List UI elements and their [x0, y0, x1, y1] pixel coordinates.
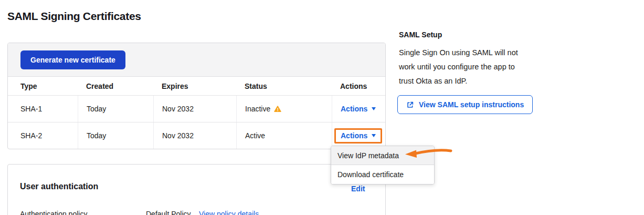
certificates-panel: Generate new certificate Type Created Ex… [7, 43, 386, 149]
authentication-policy-value: Default Policy [146, 210, 191, 215]
user-authentication-panel: User authentication Edit Authentication … [7, 164, 386, 215]
cell-status: Inactive [236, 96, 332, 122]
page-title: SAML Signing Certificates [7, 10, 141, 23]
cell-type: SHA-1 [8, 105, 78, 113]
status-text: Inactive [245, 105, 270, 113]
saml-setup-description: Single Sign On using SAML will not work … [399, 46, 538, 88]
column-header-type: Type [8, 82, 78, 90]
certificates-toolbar: Generate new certificate [8, 43, 385, 77]
caret-down-icon [372, 134, 376, 137]
caret-down-icon [372, 107, 376, 110]
table-row-sha2: SHA-2 Today Nov 2032 Active Actions [8, 122, 385, 149]
table-header-row: Type Created Expires Status Actions [8, 77, 385, 95]
cell-expires: Nov 2032 [153, 96, 236, 122]
cell-expires: Nov 2032 [153, 122, 236, 149]
orange-arrow-left-icon [404, 147, 453, 162]
authentication-policy-label: Authentication policy [20, 210, 87, 215]
warning-icon [274, 106, 281, 112]
column-header-actions: Actions [332, 82, 385, 90]
column-header-created: Created [78, 82, 153, 90]
external-link-icon [406, 101, 414, 109]
cell-created: Today [78, 96, 153, 122]
table-row-sha1: SHA-1 Today Nov 2032 Inactive [8, 95, 385, 122]
edit-link[interactable]: Edit [351, 185, 365, 193]
saml-setup-title: SAML Setup [399, 30, 538, 39]
view-saml-setup-instructions-button[interactable]: View SAML setup instructions [397, 95, 533, 114]
annotation-highlight-box: Actions [334, 128, 382, 144]
cell-actions: Actions [332, 96, 385, 122]
user-authentication-title: User authentication [20, 182, 98, 191]
generate-new-certificate-button[interactable]: Generate new certificate [20, 50, 125, 69]
view-policy-details-link[interactable]: View policy details [199, 210, 259, 215]
certificates-table: Type Created Expires Status Actions SHA-… [8, 77, 385, 149]
cell-type: SHA-2 [8, 131, 78, 140]
cell-created: Today [78, 122, 153, 149]
saml-signing-certificates-page: SAML Signing Certificates Generate new c… [0, 0, 644, 215]
saml-setup-sidebar: SAML Setup Single Sign On using SAML wil… [399, 30, 538, 114]
column-header-status: Status [236, 82, 332, 90]
menu-item-download-certificate[interactable]: Download certificate [331, 165, 434, 184]
actions-dropdown-trigger-sha2[interactable]: Actions [341, 131, 376, 140]
actions-dropdown-trigger-sha1[interactable]: Actions [341, 105, 376, 113]
cell-actions: Actions [332, 122, 385, 149]
cell-status: Active [236, 122, 332, 149]
column-header-expires: Expires [153, 82, 236, 90]
